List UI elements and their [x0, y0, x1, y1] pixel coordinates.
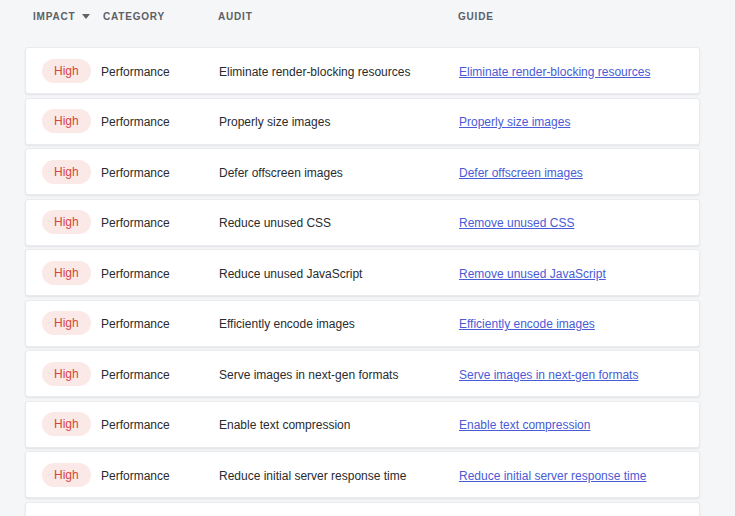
column-header-impact-label[interactable]: IMPACT: [33, 11, 75, 22]
guide-link[interactable]: Enable text compression: [459, 418, 590, 432]
audits-page: IMPACT CATEGORY AUDIT GUIDE High Perform…: [0, 0, 735, 516]
impact-badge: High: [42, 261, 91, 285]
impact-cell: High: [26, 261, 101, 285]
guide-link[interactable]: Reduce initial server response time: [459, 469, 646, 483]
category-cell: Performance: [101, 415, 219, 433]
audit-row: High Performance Reduce initial server r…: [25, 451, 700, 498]
impact-badge: High: [42, 160, 91, 184]
audit-list: High Performance Eliminate render-blocki…: [25, 47, 700, 516]
guide-link[interactable]: Remove unused JavaScript: [459, 267, 606, 281]
audit-cell: Reduce unused CSS: [219, 213, 459, 231]
audit-label: Eliminate render-blocking resources: [219, 65, 410, 79]
audit-cell: Defer offscreen images: [219, 163, 459, 181]
column-header-audit: AUDIT: [218, 11, 458, 22]
audit-label: Reduce initial server response time: [219, 469, 406, 483]
audit-label: Serve images in next-gen formats: [219, 368, 398, 382]
audit-row: High Performance Enable text compression…: [25, 401, 700, 448]
impact-cell: High: [26, 210, 101, 234]
audit-label: Reduce unused CSS: [219, 216, 331, 230]
impact-badge: High: [42, 463, 91, 487]
audit-row: High Performance Efficiently encode imag…: [25, 300, 700, 347]
guide-cell: Efficiently encode images: [459, 314, 699, 332]
category-label: Performance: [101, 65, 170, 79]
category-label: Performance: [101, 166, 170, 180]
impact-cell: High: [26, 362, 101, 386]
category-label: Performance: [101, 469, 170, 483]
audit-label: Defer offscreen images: [219, 166, 343, 180]
category-label: Performance: [101, 216, 170, 230]
impact-cell: High: [26, 463, 101, 487]
audit-cell: Reduce initial server response time: [219, 466, 459, 484]
impact-cell: High: [26, 109, 101, 133]
audit-cell: Serve images in next-gen formats: [219, 365, 459, 383]
audit-cell: Reduce unused JavaScript: [219, 264, 459, 282]
audit-row: High Performance Properly size images Pr…: [25, 98, 700, 145]
audit-label: Properly size images: [219, 115, 330, 129]
impact-badge: High: [42, 311, 91, 335]
audit-cell: Enable text compression: [219, 415, 459, 433]
audit-label: Reduce unused JavaScript: [219, 267, 362, 281]
column-header-category-label: CATEGORY: [103, 11, 165, 22]
audit-cell: Properly size images: [219, 112, 459, 130]
category-cell: Performance: [101, 62, 219, 80]
guide-cell: Reduce initial server response time: [459, 466, 699, 484]
impact-cell: High: [26, 160, 101, 184]
guide-cell: Enable text compression: [459, 415, 699, 433]
guide-link[interactable]: Eliminate render-blocking resources: [459, 65, 650, 79]
guide-cell: Properly size images: [459, 112, 699, 130]
impact-cell: High: [26, 311, 101, 335]
impact-badge: High: [42, 362, 91, 386]
table-header: IMPACT CATEGORY AUDIT GUIDE: [25, 0, 700, 47]
guide-cell: Remove unused CSS: [459, 213, 699, 231]
guide-link[interactable]: Properly size images: [459, 115, 570, 129]
impact-badge: High: [42, 412, 91, 436]
audit-row: High Performance Defer offscreen images …: [25, 148, 700, 195]
guide-link[interactable]: Efficiently encode images: [459, 317, 595, 331]
impact-badge: High: [42, 59, 91, 83]
guide-link[interactable]: Serve images in next-gen formats: [459, 368, 638, 382]
audit-row: High Performance Serve images in next-ge…: [25, 350, 700, 397]
category-label: Performance: [101, 418, 170, 432]
category-label: Performance: [101, 368, 170, 382]
impact-cell: High: [26, 412, 101, 436]
column-header-audit-label: AUDIT: [218, 11, 253, 22]
impact-badge: High: [42, 210, 91, 234]
impact-cell: High: [26, 59, 101, 83]
guide-cell: Serve images in next-gen formats: [459, 365, 699, 383]
guide-cell: Defer offscreen images: [459, 163, 699, 181]
partial-next-row: [25, 502, 700, 516]
column-header-guide: GUIDE: [458, 11, 700, 22]
category-cell: Performance: [101, 466, 219, 484]
category-label: Performance: [101, 115, 170, 129]
category-cell: Performance: [101, 163, 219, 181]
category-cell: Performance: [101, 314, 219, 332]
column-header-guide-label: GUIDE: [458, 11, 494, 22]
audit-row: High Performance Reduce unused JavaScrip…: [25, 249, 700, 296]
guide-link[interactable]: Defer offscreen images: [459, 166, 583, 180]
guide-cell: Eliminate render-blocking resources: [459, 62, 699, 80]
audit-cell: Eliminate render-blocking resources: [219, 62, 459, 80]
guide-link[interactable]: Remove unused CSS: [459, 216, 574, 230]
audit-cell: Efficiently encode images: [219, 314, 459, 332]
guide-cell: Remove unused JavaScript: [459, 264, 699, 282]
audit-label: Efficiently encode images: [219, 317, 355, 331]
category-cell: Performance: [101, 112, 219, 130]
audit-row: High Performance Reduce unused CSS Remov…: [25, 199, 700, 246]
impact-badge: High: [42, 109, 91, 133]
column-header-category: CATEGORY: [100, 11, 218, 22]
category-cell: Performance: [101, 365, 219, 383]
caret-down-icon[interactable]: [82, 14, 90, 19]
category-cell: Performance: [101, 213, 219, 231]
category-label: Performance: [101, 317, 170, 331]
audit-row: High Performance Eliminate render-blocki…: [25, 47, 700, 94]
category-label: Performance: [101, 267, 170, 281]
audit-label: Enable text compression: [219, 418, 350, 432]
category-cell: Performance: [101, 264, 219, 282]
column-header-impact[interactable]: IMPACT: [25, 11, 100, 22]
